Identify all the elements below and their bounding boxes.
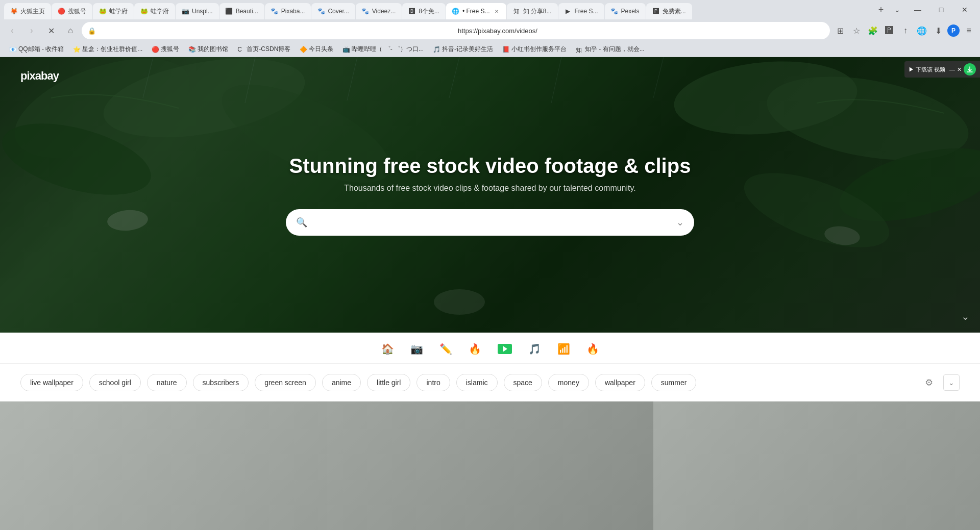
tab-close-button[interactable]: ✕	[493, 8, 500, 15]
hero-chevron-down[interactable]: ⌄	[961, 310, 970, 322]
tag-pill-nature[interactable]: nature	[147, 374, 187, 391]
bookmark-label: 哔哩哔哩（ ゜- ゜）つ口...	[352, 45, 424, 54]
tab-label: Pexels	[621, 8, 640, 15]
profile-icon[interactable]: P	[947, 24, 960, 37]
category-video[interactable]	[498, 344, 512, 354]
bookmark-item[interactable]: 知知乎 - 有问题，就会...	[572, 44, 649, 55]
minimize-button[interactable]: —	[906, 2, 929, 18]
pixabay-logo[interactable]: pixabay	[20, 69, 59, 83]
forward-button[interactable]: ›	[23, 22, 40, 39]
bookmark-item[interactable]: 📧QQ邮箱 - 收件箱	[5, 44, 68, 55]
reload-button[interactable]: ✕	[43, 22, 59, 39]
tab-favicon: 📷	[182, 8, 189, 15]
tag-pill-money[interactable]: money	[548, 374, 589, 391]
bookmark-favicon: C	[237, 46, 244, 53]
camera-icon: 📷	[410, 343, 423, 355]
tag-pill-intro[interactable]: intro	[416, 374, 450, 391]
maximize-button[interactable]: □	[930, 2, 952, 18]
tab-label: Free S...	[575, 8, 598, 15]
browser-tab-t12[interactable]: 知 知 分享8...	[507, 3, 558, 19]
tags-settings-button[interactable]: ⚙	[921, 374, 937, 391]
tag-pill-little-girl[interactable]: little girl	[367, 374, 410, 391]
browser-tab-t9[interactable]: 🐾 Videez...	[356, 3, 402, 19]
browser-tab-t13[interactable]: ▶ Free S...	[558, 3, 604, 19]
browser-tab-t6[interactable]: ⬛ Beauti...	[219, 3, 264, 19]
translate-icon[interactable]: ⊞	[833, 23, 847, 38]
back-button[interactable]: ‹	[4, 22, 20, 39]
bookmark-favicon: 📺	[342, 46, 350, 53]
tag-pill-live-wallpaper[interactable]: live wallpaper	[20, 374, 83, 391]
tab-label: Pixaba...	[281, 8, 305, 15]
tab-favicon: 知	[513, 8, 520, 15]
tags-section: live wallpaperschool girlnaturesubscribe…	[0, 364, 980, 401]
video-card[interactable]	[653, 401, 980, 530]
download-widget-close[interactable]: ✕	[957, 66, 962, 73]
search-input[interactable]	[313, 218, 670, 227]
browser-tab-t5[interactable]: 📷 Unspl...	[176, 3, 219, 19]
bookmark-item[interactable]: 🎵抖音-记录美好生活	[429, 44, 497, 55]
bookmark-item[interactable]: 📕小红书创作服务平台	[498, 44, 571, 55]
browser-tab-t1[interactable]: 🦊 火狐主页	[4, 3, 51, 19]
category-music[interactable]: 🎵	[528, 343, 541, 355]
address-bar[interactable]: 🔒 https://pixabay.com/videos/	[82, 22, 830, 39]
tag-pill-subscribers[interactable]: subscribers	[193, 374, 249, 391]
tab-dropdown-button[interactable]: ⌄	[890, 3, 904, 17]
bookmark-item[interactable]: ⭐星盒：创业社群价值...	[69, 44, 146, 55]
bookmark-favicon: 🔴	[152, 46, 159, 53]
download-icon[interactable]: ⬇	[931, 23, 945, 38]
download-widget-label: ▶ 下载该 视频	[909, 66, 945, 73]
tab-label: 知 分享8...	[523, 7, 552, 16]
browser-tab-t15[interactable]: 🅿 免费素...	[646, 3, 692, 19]
category-ai[interactable]: 🔥	[586, 343, 599, 355]
bookmark-item[interactable]: 📺哔哩哔哩（ ゜- ゜）つ口...	[338, 44, 428, 55]
tag-pill-green-screen[interactable]: green screen	[255, 374, 316, 391]
bookmark-item[interactable]: 📚我的图书馆	[184, 44, 232, 55]
bookmark-favicon: ⭐	[73, 46, 80, 53]
hero-section: pixabay ⌄ Stunning free stock video foot…	[0, 57, 980, 333]
bookmark-item[interactable]: 🔴搜狐号	[148, 44, 183, 55]
search-dropdown-icon[interactable]: ⌄	[676, 217, 684, 228]
browser-tab-t14[interactable]: 🐾 Pexels	[605, 3, 646, 19]
browser-tab-t10[interactable]: 🅱 8个免...	[402, 3, 446, 19]
category-photo[interactable]: 📷	[410, 343, 423, 355]
category-illustration[interactable]: ✏️	[439, 343, 452, 355]
bookmark-star-icon[interactable]: ☆	[849, 23, 864, 38]
tag-pill-summer[interactable]: summer	[651, 374, 697, 391]
close-button[interactable]: ✕	[953, 2, 976, 18]
tab-label: 8个免...	[419, 7, 439, 16]
home-icon: 🏠	[381, 343, 394, 355]
tag-pill-space[interactable]: space	[504, 374, 542, 391]
tags-expand-button[interactable]: ⌄	[943, 374, 960, 391]
video-card[interactable]	[327, 401, 653, 530]
browser-tab-t2[interactable]: 🔴 搜狐号	[52, 3, 92, 19]
home-button[interactable]: ⌂	[62, 22, 79, 39]
share-icon[interactable]: ↑	[898, 23, 913, 38]
globe-icon[interactable]: 🌐	[915, 23, 929, 38]
toolbar: ‹ › ✕ ⌂ 🔒 https://pixabay.com/videos/ ⊞ …	[0, 19, 980, 42]
browser-tab-t7[interactable]: 🐾 Pixaba...	[265, 3, 311, 19]
category-home[interactable]: 🏠	[381, 343, 394, 355]
menu-icon[interactable]: ≡	[962, 23, 976, 38]
browser-tab-t11[interactable]: 🌐 • Free S... ✕	[446, 3, 506, 19]
tag-pill-islamic[interactable]: islamic	[456, 374, 498, 391]
category-vector[interactable]: 🔥	[469, 343, 481, 355]
browser-tab-t4[interactable]: 🐸 蛙学府	[134, 3, 175, 19]
new-tab-button[interactable]: +	[874, 3, 888, 17]
tab-favicon: 🌐	[452, 8, 459, 15]
video-grid	[0, 401, 980, 530]
tag-pill-wallpaper[interactable]: wallpaper	[595, 374, 645, 391]
download-widget-min[interactable]: —	[949, 66, 955, 72]
tag-pill-school-girl[interactable]: school girl	[89, 374, 141, 391]
extensions-icon[interactable]: 🧩	[866, 23, 880, 38]
bookmark-item[interactable]: 🔶今日头条	[296, 44, 337, 55]
category-sfx[interactable]: 📶	[557, 343, 570, 355]
download-widget-action[interactable]	[964, 63, 976, 75]
pocket-icon[interactable]: 🅿	[882, 23, 896, 38]
browser-tab-t8[interactable]: 🐾 Cover...	[311, 3, 355, 19]
browser-tab-t3[interactable]: 🐸 蛙学府	[93, 3, 134, 19]
video-card[interactable]	[0, 401, 327, 530]
bookmark-item[interactable]: C首页-CSDN博客	[233, 44, 295, 55]
tab-favicon: ▶	[565, 8, 572, 15]
bookmark-label: 今日头条	[309, 45, 333, 54]
tag-pill-anime[interactable]: anime	[322, 374, 361, 391]
